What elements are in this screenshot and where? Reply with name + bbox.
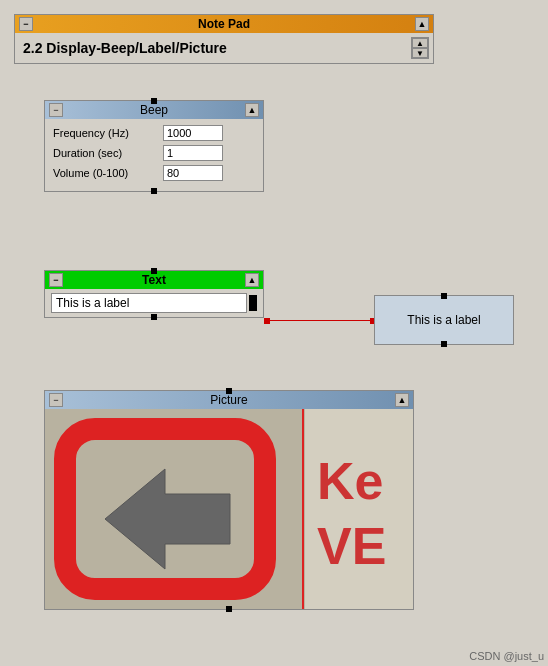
beep-minimize-btn[interactable]: − [49,103,63,117]
beep-volume-input[interactable] [163,165,223,181]
notepad-text: 2.2 Display-Beep/Label/Picture [19,38,411,58]
text-panel: − Text ▲ [44,270,264,318]
beep-row-volume: Volume (0-100) [53,165,255,181]
spinner-down-btn[interactable]: ▼ [412,48,428,58]
text-panel-body [45,289,263,317]
picture-title: Picture [63,393,395,407]
notepad-spinner[interactable]: ▲ ▼ [411,37,429,59]
label-resize-top[interactable] [441,293,447,299]
text-maximize-btn[interactable]: ▲ [245,273,259,287]
watermark: CSDN @just_u [469,650,544,662]
beep-maximize-btn[interactable]: ▲ [245,103,259,117]
spinner-up-btn[interactable]: ▲ [412,38,428,48]
label-output-box: This is a label [374,295,514,345]
connection-dot-left [264,318,270,324]
text-input-row [51,293,257,313]
text-cursor-marker [249,295,257,311]
picture-resize-handle-top[interactable] [226,388,232,394]
beep-row-duration: Duration (sec) [53,145,255,161]
text-title: Text [142,273,166,287]
beep-volume-label: Volume (0-100) [53,167,163,179]
picture-minimize-btn[interactable]: − [49,393,63,407]
picture-maximize-btn[interactable]: ▲ [395,393,409,407]
svg-text:Ke: Ke [317,452,383,510]
label-output-text: This is a label [407,313,480,327]
text-resize-handle-bottom[interactable] [151,314,157,320]
beep-row-frequency: Frequency (Hz) [53,125,255,141]
svg-text:VE: VE [317,517,386,575]
picture-body: Ke VE [45,409,413,609]
beep-duration-input[interactable] [163,145,223,161]
beep-resize-handle-bottom[interactable] [151,188,157,194]
picture-resize-handle-bottom[interactable] [226,606,232,612]
beep-duration-label: Duration (sec) [53,147,163,159]
beep-resize-handle-top[interactable] [151,98,157,104]
beep-panel: − Beep ▲ Frequency (Hz) Duration (sec) V… [44,100,264,192]
connection-line [268,320,378,321]
beep-body: Frequency (Hz) Duration (sec) Volume (0-… [45,119,263,191]
notepad-title: Note Pad [33,17,415,31]
notepad-minimize-btn[interactable]: − [19,17,33,31]
beep-frequency-input[interactable] [163,125,223,141]
beep-frequency-label: Frequency (Hz) [53,127,163,139]
picture-svg: Ke VE [45,409,413,609]
label-resize-bottom[interactable] [441,341,447,347]
text-input-field[interactable] [51,293,247,313]
notepad-titlebar: − Note Pad ▲ [15,15,433,33]
notepad-content: 2.2 Display-Beep/Label/Picture ▲ ▼ [15,33,433,63]
notepad-maximize-btn[interactable]: ▲ [415,17,429,31]
beep-title: Beep [63,103,245,117]
text-resize-handle-top[interactable] [151,268,157,274]
picture-panel: − Picture ▲ Ke VE [44,390,414,610]
notepad-window: − Note Pad ▲ 2.2 Display-Beep/Label/Pict… [14,14,434,64]
text-minimize-btn[interactable]: − [49,273,63,287]
